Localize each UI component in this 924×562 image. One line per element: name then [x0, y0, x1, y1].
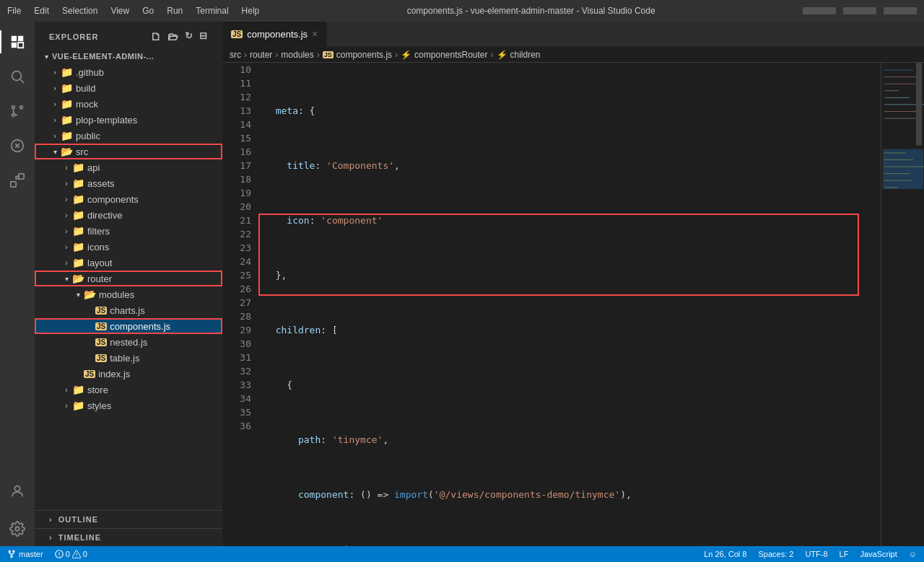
activity-source-control[interactable] — [0, 94, 35, 128]
tree-item-modules[interactable]: 📂 modules — [35, 286, 222, 302]
breadcrumb-modules[interactable]: modules — [281, 50, 313, 60]
timeline-arrow: › — [49, 533, 53, 542]
github-folder-icon: 📁 — [61, 66, 73, 78]
ln-22: 22 — [222, 227, 251, 241]
mock-label: mock — [76, 99, 219, 110]
encoding[interactable]: UTF-8 — [805, 550, 827, 558]
line-ending[interactable]: LF — [840, 550, 849, 558]
tree-item-plop[interactable]: 📁 plop-templates — [35, 112, 222, 128]
ln-34: 34 — [222, 392, 251, 405]
activity-settings[interactable] — [0, 511, 35, 546]
svg-rect-26 — [884, 167, 924, 167]
breadcrumb-src[interactable]: src — [230, 50, 241, 60]
svg-rect-30 — [916, 63, 922, 146]
ln-35: 35 — [222, 405, 251, 419]
charts-js-icon: JS — [95, 307, 107, 315]
breadcrumb-router-icon: ⚡ — [401, 50, 411, 60]
svg-point-4 — [12, 71, 22, 81]
menu-help[interactable]: Help — [242, 6, 260, 16]
public-arrow — [49, 130, 61, 141]
sidebar-header: EXPLORER 🗋 🗁 ↻ ⊟ — [35, 22, 222, 48]
tree-item-components-js[interactable]: JS components.js — [35, 318, 222, 334]
svg-rect-18 — [884, 90, 899, 91]
activity-search[interactable] — [0, 59, 35, 94]
minimap[interactable] — [881, 63, 924, 546]
breadcrumb-router[interactable]: router — [250, 50, 272, 60]
breadcrumb-children[interactable]: children — [510, 50, 541, 60]
tree-item-api[interactable]: 📁 api — [35, 159, 222, 175]
tree-item-assets[interactable]: 📁 assets — [35, 175, 222, 191]
errors-count[interactable]: 0 0 — [55, 550, 87, 558]
menu-file[interactable]: File — [7, 6, 21, 16]
svg-rect-2 — [12, 43, 17, 48]
activity-debug[interactable] — [0, 128, 35, 163]
tree-item-table-js[interactable]: JS table.js — [35, 350, 222, 366]
ln-28: 28 — [222, 309, 251, 323]
tree-root[interactable]: VUE-ELEMENT-ADMIN-... — [35, 48, 222, 64]
tab-close-icon[interactable]: × — [312, 28, 318, 40]
smiley-icon[interactable]: ☺ — [909, 550, 917, 558]
new-folder-icon[interactable]: 🗁 — [167, 30, 179, 43]
tree-item-layout[interactable]: 📁 layout — [35, 255, 222, 271]
router-folder-icon: 📂 — [72, 273, 84, 284]
svg-rect-0 — [12, 36, 17, 41]
ln-11: 11 — [222, 76, 251, 90]
icons-label: icons — [87, 242, 219, 253]
ln-14: 14 — [222, 118, 251, 131]
breadcrumb-componentsrouter[interactable]: componentsRouter — [414, 50, 487, 60]
tree-item-styles[interactable]: 📁 styles — [35, 398, 222, 413]
timeline-section[interactable]: › TIMELINE — [35, 528, 222, 546]
svg-point-35 — [76, 556, 77, 556]
menu-run[interactable]: Run — [167, 6, 183, 16]
svg-rect-29 — [884, 187, 899, 188]
tree-item-router[interactable]: 📂 router — [35, 271, 222, 286]
new-file-icon[interactable]: 🗋 — [150, 30, 162, 43]
tree-item-mock[interactable]: 📁 mock — [35, 96, 222, 112]
language[interactable]: JavaScript — [860, 550, 897, 558]
tree-item-nested-js[interactable]: JS nested.js — [35, 334, 222, 350]
tree-item-index-js[interactable]: JS index.js — [35, 366, 222, 382]
sidebar-header-icons: 🗋 🗁 ↻ ⊟ — [150, 30, 208, 43]
breadcrumb-file[interactable]: components.js — [336, 50, 392, 60]
tree-item-icons[interactable]: 📁 icons — [35, 239, 222, 255]
code-content[interactable]: meta: { title: 'Components', icon: 'comp… — [258, 63, 881, 546]
activity-explorer[interactable] — [0, 25, 35, 59]
tree-item-directive[interactable]: 📁 directive — [35, 207, 222, 223]
ln-17: 17 — [222, 159, 251, 172]
errors-num: 0 — [66, 550, 70, 558]
filters-arrow — [61, 225, 72, 237]
activity-extensions[interactable] — [0, 163, 35, 198]
activity-account[interactable] — [0, 474, 35, 509]
outline-section[interactable]: › OUTLINE — [35, 510, 222, 528]
tab-components-js[interactable]: JS components.js × — [222, 22, 327, 46]
code-editor[interactable]: 10 11 12 13 14 15 16 17 18 19 20 21 22 2… — [222, 63, 924, 546]
tree-item-filters[interactable]: 📁 filters — [35, 223, 222, 239]
menu-terminal[interactable]: Terminal — [196, 6, 228, 16]
table-js-label: table.js — [110, 353, 219, 364]
status-bar: master 0 0 Ln 26, Col 8 Spaces: 2 UTF-8 … — [0, 546, 924, 562]
collapse-icon[interactable]: ⊟ — [199, 30, 208, 43]
svg-rect-1 — [18, 36, 23, 41]
modules-folder-icon: 📂 — [84, 289, 96, 300]
tree-item-components[interactable]: 📁 components — [35, 191, 222, 207]
code-line-18: name: 'TinymceDemo', — [264, 543, 881, 546]
ln-27: 27 — [222, 296, 251, 309]
branch-name: master — [19, 550, 43, 558]
code-line-13: }, — [264, 268, 881, 282]
tree-item-charts-js[interactable]: JS charts.js — [35, 302, 222, 318]
tree-item-github[interactable]: 📁 .github — [35, 64, 222, 80]
spaces[interactable]: Spaces: 2 — [758, 550, 793, 558]
menu-view[interactable]: View — [110, 6, 129, 16]
menu-selection[interactable]: Selection — [62, 6, 97, 16]
components-js-label: components.js — [110, 321, 219, 332]
line-col[interactable]: Ln 26, Col 8 — [704, 550, 746, 558]
tree-item-public[interactable]: 📁 public — [35, 128, 222, 144]
tree-item-src[interactable]: 📂 src — [35, 144, 222, 159]
tree-item-store[interactable]: 📁 store — [35, 382, 222, 398]
git-branch[interactable]: master — [7, 550, 43, 558]
tree-item-build[interactable]: 📁 build — [35, 80, 222, 96]
menu-go[interactable]: Go — [142, 6, 154, 16]
menu-edit[interactable]: Edit — [34, 6, 49, 16]
refresh-icon[interactable]: ↻ — [185, 30, 193, 43]
build-folder-icon: 📁 — [61, 82, 73, 94]
